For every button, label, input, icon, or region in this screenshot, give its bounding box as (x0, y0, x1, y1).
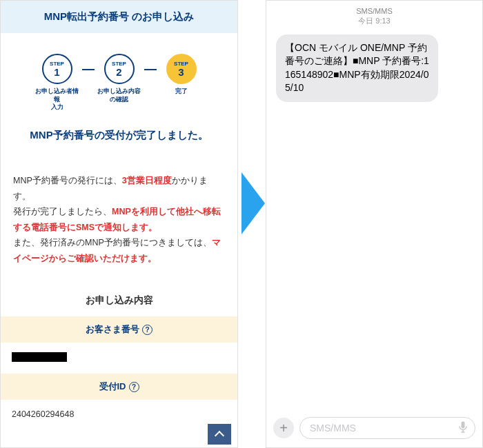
step-1-circle: STEP 1 (42, 54, 72, 84)
step-connector (144, 69, 157, 70)
sms-compose-row: + SMS/MMS (266, 411, 482, 447)
svg-rect-1 (462, 422, 465, 429)
chevron-up-icon (215, 431, 224, 440)
receipt-id-value: 2404260294648 (1, 400, 237, 429)
step-1: STEP 1 お申し込み者情 報 入力 (32, 54, 82, 112)
receipt-id-header: 受付ID ? (1, 374, 237, 400)
page-title: MNP転出予約番号 のお申し込み (1, 1, 237, 33)
add-attachment-button[interactable]: + (273, 418, 294, 438)
customer-number-value (1, 343, 237, 374)
mnp-application-panel: MNP転出予約番号 のお申し込み STEP 1 お申し込み者情 報 入力 STE… (0, 0, 238, 448)
customer-number-header: お客さま番号 ? (1, 316, 237, 343)
redacted-value (12, 352, 67, 362)
help-icon[interactable]: ? (142, 325, 152, 335)
sms-message-bubble[interactable]: 【OCN モバイル ONE/MNP 予約番号のご連絡】■MNP 予約番号:116… (276, 34, 438, 102)
progress-steps: STEP 1 お申し込み者情 報 入力 STEP 2 お申し込み内容 の確認 S… (1, 54, 237, 112)
step-connector (82, 69, 95, 70)
step-2: STEP 2 お申し込み内容 の確認 (95, 54, 144, 103)
sms-text-input[interactable]: SMS/MMS (299, 417, 475, 439)
scroll-top-button[interactable] (208, 424, 231, 445)
notice-text: MNP予約番号の発行には、3営業日程度かかります。 発行が完了しましたら、MNP… (1, 173, 237, 283)
section-title-application: お申し込み内容 (1, 283, 237, 316)
plus-icon: + (279, 421, 288, 435)
help-icon[interactable]: ? (129, 382, 139, 392)
microphone-icon[interactable] (458, 421, 468, 436)
svg-marker-0 (241, 172, 265, 234)
sms-panel: SMS/MMS 今日 9:13 【OCN モバイル ONE/MNP 予約番号のご… (266, 0, 483, 448)
step-3-circle: STEP 3 (166, 54, 197, 84)
step-3: STEP 3 完了 (157, 54, 206, 96)
completion-message: MNP予約番号の受付が完了しました。 (8, 129, 230, 142)
step-2-circle: STEP 2 (104, 54, 135, 84)
sms-header: SMS/MMS 今日 9:13 (266, 1, 482, 30)
